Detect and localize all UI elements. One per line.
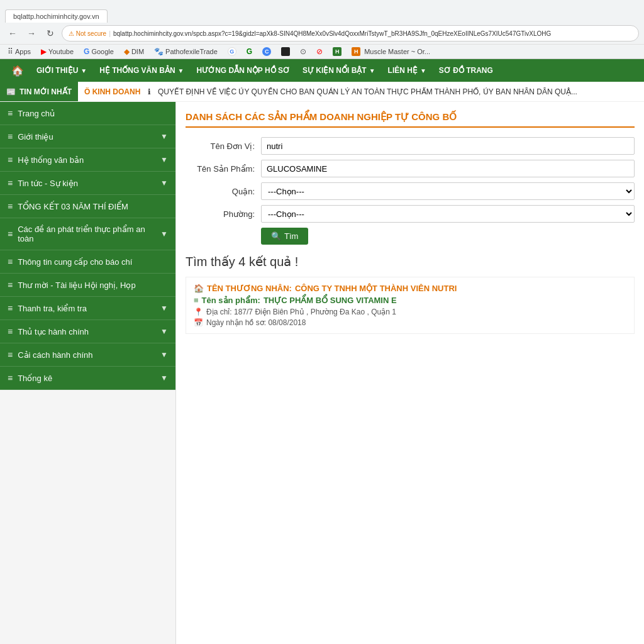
- select-phuong[interactable]: ---Chọn---: [261, 205, 635, 223]
- input-ten-don-vi[interactable]: [261, 137, 635, 155]
- black-icon: [281, 47, 290, 56]
- bookmark-circle[interactable]: ⊙: [297, 46, 309, 57]
- bookmark-h2[interactable]: H Muscle Master ~ Or...: [349, 46, 433, 57]
- product-name[interactable]: THỰC PHẨM BỔ SUNG VITAMIN E: [264, 296, 397, 305]
- sidebar-item-tin-tuc[interactable]: ≡ Tin tức - Sự kiện ▼: [0, 172, 175, 195]
- label-ten-san-pham: Tên Sản Phẩm:: [186, 164, 255, 174]
- no-icon: ⊘: [316, 47, 323, 56]
- h1-icon: H: [333, 47, 341, 56]
- search-button[interactable]: 🔍 Tìm: [261, 228, 308, 245]
- sidebar-item-label: Thông tin cung cấp cho báo chí: [18, 257, 132, 267]
- sidebar-item-label: Thanh tra, kiểm tra: [18, 304, 87, 313]
- bookmark-no[interactable]: ⊘: [314, 46, 325, 57]
- sidebar-item-label: Thủ tục hành chính: [18, 327, 89, 336]
- sidebar-item-thong-ke[interactable]: ≡ Thống kê ▼: [0, 367, 175, 390]
- address-bar[interactable]: ⚠ Not secure | bqlattp.hochiminhcity.gov…: [62, 25, 639, 42]
- sidebar-item-thanh-tra[interactable]: ≡ Thanh tra, kiểm tra ▼: [0, 297, 175, 320]
- bookmark-apps[interactable]: ⠿ Apps: [5, 46, 33, 57]
- sidebar-item-label: Tin tức - Sự kiện: [18, 179, 78, 188]
- sidebar-item-thu-moi[interactable]: ≡ Thư mời - Tài liệu Hội nghị, Họp: [0, 274, 175, 297]
- poe-icon: 🐾: [154, 47, 164, 56]
- bookmark-google[interactable]: G Google: [81, 46, 116, 57]
- result-company: 🏠 TÊN THƯƠNG NHÂN: CÔNG TY TNHH MỘT THÀN…: [194, 284, 626, 293]
- list-icon: ≡: [8, 155, 13, 165]
- browser-chrome: bqlattp.hochiminhcity.gov.vn ← → ↻ ⚠ Not…: [0, 0, 644, 59]
- chevron-down-icon: ▼: [420, 67, 426, 74]
- forward-button[interactable]: →: [24, 26, 39, 41]
- sidebar-item-gioi-thieu[interactable]: ≡ Giới thiệu ▼: [0, 125, 175, 148]
- google-icon: G: [84, 47, 89, 56]
- list-icon: ≡: [8, 229, 13, 239]
- not-secure-indicator: ⚠ Not secure: [69, 30, 106, 37]
- bookmark-label: Muscle Master ~ Or...: [364, 48, 430, 55]
- home-icon: 🏠: [194, 284, 204, 293]
- chevron-down-icon: ▼: [160, 327, 168, 336]
- search-form: Tên Đơn Vị: Tên Sản Phẩm: Quận: ---Chọn-…: [186, 137, 635, 245]
- bookmark-dim[interactable]: ◆ DIM: [121, 46, 147, 57]
- list-icon: ≡: [8, 178, 13, 188]
- nav-he-thong-van-ban[interactable]: HỆ THỐNG VĂN BẢN ▼: [93, 59, 190, 82]
- sidebar-item-label: Giới thiệu: [18, 132, 53, 142]
- nav-label: HỆ THỐNG VĂN BẢN: [99, 66, 175, 75]
- website: 🏠 GIỚI THIỆU ▼ HỆ THỐNG VĂN BẢN ▼ HƯỚNG …: [0, 59, 644, 644]
- news-label-text: TIN MỚI NHẤT: [19, 87, 72, 96]
- bookmark-c[interactable]: C: [260, 46, 274, 57]
- page-title: DANH SÁCH CÁC SẢN PHẨM DOANH NGHIỆP TỰ C…: [186, 111, 635, 128]
- nav-so-do-trang[interactable]: SƠ ĐỒ TRANG: [433, 59, 499, 82]
- nav-label: HƯỚNG DẪN NỘP HỒ SƠ: [197, 66, 290, 75]
- list-icon: ≡: [8, 326, 13, 336]
- nav-huong-dan[interactable]: HƯỚNG DẪN NỘP HỒ SƠ: [191, 59, 296, 82]
- list-icon: ≡: [8, 257, 13, 267]
- nav-gioi-thieu[interactable]: GIỚI THIỆU ▼: [30, 59, 93, 82]
- form-row-quan: Quận: ---Chọn---: [186, 182, 635, 200]
- nav-label: SƠ ĐỒ TRANG: [439, 66, 493, 75]
- sidebar-item-de-an[interactable]: ≡ Các đề án phát triển thực phẩm an toàn…: [0, 218, 175, 250]
- sidebar-item-label: TỔNG KẾT 03 NĂM THÍ ĐIỂM: [18, 202, 128, 211]
- bookmark-label: Google: [91, 48, 113, 55]
- bookmark-g1[interactable]: G: [225, 46, 239, 57]
- bookmark-g2[interactable]: G: [244, 46, 255, 57]
- chevron-down-icon: ▼: [160, 374, 168, 382]
- sidebar-item-cai-cach[interactable]: ≡ Cải cách hành chính ▼: [0, 343, 175, 367]
- browser-tab[interactable]: bqlattp.hochiminhcity.gov.vn: [5, 9, 108, 23]
- ticker-item-2: QUYẾT ĐỊNH VỀ VIỆC ỦY QUYỀN CHO BAN QUẢN…: [158, 87, 577, 96]
- bookmark-label: Apps: [15, 48, 31, 55]
- list-icon: ≡: [8, 131, 13, 142]
- bookmark-youtube[interactable]: ▶ Youtube: [38, 46, 76, 57]
- nav-lien-he[interactable]: LIÊN HỆ ▼: [382, 59, 433, 82]
- sidebar-item-tong-ket[interactable]: ≡ TỔNG KẾT 03 NĂM THÍ ĐIỂM: [0, 195, 175, 218]
- nav-su-kien[interactable]: SỰ KIỆN NỔI BẬT ▼: [296, 59, 382, 82]
- chevron-down-icon: ▼: [160, 155, 168, 164]
- nav-home-button[interactable]: 🏠: [5, 59, 30, 82]
- sidebar-item-thu-tuc[interactable]: ≡ Thủ tục hành chính ▼: [0, 320, 175, 343]
- select-quan[interactable]: ---Chọn---: [261, 182, 635, 200]
- bookmark-h1[interactable]: H: [330, 46, 344, 57]
- bookmark-poe[interactable]: 🐾 PathofexileTrade: [152, 46, 220, 57]
- news-text: Ô KINH DOANH ℹ QUYẾT ĐỊNH VỀ VIỆC ỦY QUY…: [78, 87, 584, 96]
- chevron-down-icon: ▼: [80, 67, 87, 74]
- right-content: DANH SÁCH CÁC SẢN PHẨM DOANH NGHIỆP TỰ C…: [176, 102, 644, 644]
- nav-label: GIỚI THIỆU: [36, 66, 78, 75]
- news-icon: 📰: [6, 87, 16, 96]
- top-nav: 🏠 GIỚI THIỆU ▼ HỆ THỐNG VĂN BẢN ▼ HƯỚNG …: [0, 59, 644, 82]
- list-icon: ≡: [8, 201, 13, 211]
- reload-button[interactable]: ↻: [43, 26, 58, 41]
- sidebar: ≡ Trang chủ ≡ Giới thiệu ▼ ≡ Hệ thống vă…: [0, 102, 176, 644]
- back-button[interactable]: ←: [5, 26, 20, 41]
- search-icon: 🔍: [271, 231, 281, 241]
- sidebar-item-label: Cải cách hành chính: [18, 350, 92, 360]
- form-row-search-btn: 🔍 Tìm: [186, 228, 635, 245]
- input-ten-san-pham[interactable]: [261, 160, 635, 177]
- bookmark-label: PathofexileTrade: [165, 48, 218, 55]
- bookmark-label: Youtube: [48, 48, 74, 55]
- company-name[interactable]: CÔNG TY TNHH MỘT THÀNH VIÊN NUTRI: [295, 284, 457, 293]
- sidebar-item-trang-chu[interactable]: ≡ Trang chủ: [0, 102, 175, 125]
- g2-icon: G: [247, 47, 252, 56]
- sidebar-item-thong-tin-bao-chi[interactable]: ≡ Thông tin cung cấp cho báo chí: [0, 250, 175, 274]
- sidebar-item-he-thong-van-ban[interactable]: ≡ Hệ thống văn bản ▼: [0, 148, 175, 172]
- bookmark-black[interactable]: [279, 46, 292, 57]
- sidebar-item-label: Thư mời - Tài liệu Hội nghị, Họp: [18, 280, 136, 290]
- bookmarks-bar: ⠿ Apps ▶ Youtube G Google ◆ DIM 🐾 Pathof…: [0, 44, 644, 58]
- label-phuong: Phường:: [186, 209, 255, 219]
- result-count: Tìm thấy 4 kết quả !: [186, 254, 635, 269]
